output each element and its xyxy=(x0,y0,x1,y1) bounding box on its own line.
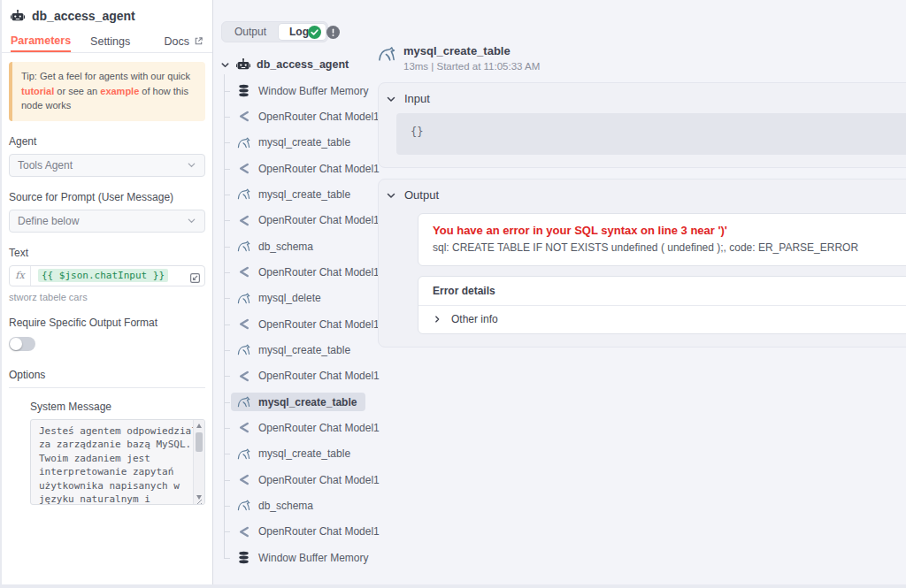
system-message-textarea[interactable]: Jesteś agentem odpowiedzialnym za zarząd… xyxy=(30,419,205,505)
text-expression-input[interactable]: fx {{ $json.chatInput }} xyxy=(9,265,205,286)
tab-parameters[interactable]: Parameters xyxy=(11,30,71,52)
output-section-header[interactable]: Output xyxy=(379,188,906,202)
tree-item-label: OpenRouter Chat Model1 xyxy=(258,318,380,331)
run-detail-panel: mysql_create_table 13ms | Started at 11:… xyxy=(378,44,906,347)
node-settings-panel: db_access_agent Parameters Settings Docs… xyxy=(0,0,213,588)
tree-item-label: OpenRouter Chat Model1 xyxy=(258,163,380,175)
error-details-label: Error details xyxy=(418,277,906,306)
mysql-icon xyxy=(237,343,250,356)
chevron-down-icon xyxy=(187,160,196,170)
tree-item-label: OpenRouter Chat Model1 xyxy=(258,370,380,382)
docs-label: Docs xyxy=(165,35,189,48)
require-format-label: Require Specific Output Format xyxy=(9,317,205,329)
resize-handle-icon[interactable] xyxy=(195,494,203,502)
agent-select[interactable]: Tools Agent xyxy=(9,154,205,177)
run-title: mysql_create_table xyxy=(403,44,540,57)
output-section: Output You have an error in your SQL syn… xyxy=(378,179,906,347)
tree-item[interactable]: Window Buffer Memory xyxy=(213,78,381,103)
tab-docs[interactable]: Docs xyxy=(165,30,203,52)
expression-value: {{ $json.chatInput }} xyxy=(38,269,168,282)
tree-item[interactable]: mysql_create_table xyxy=(213,181,381,207)
tree-item[interactable]: OpenRouter Chat Model1 xyxy=(213,519,381,545)
tree-item-label: mysql_create_table xyxy=(258,447,350,460)
scroll-up-arrow[interactable] xyxy=(194,421,204,431)
tree-item[interactable]: OpenRouter Chat Model1 xyxy=(213,311,381,337)
text-field-label: Text xyxy=(9,247,205,259)
tree-item[interactable]: db_schema xyxy=(213,233,381,259)
openrouter-icon xyxy=(237,110,250,123)
tree-item[interactable]: OpenRouter Chat Model1 xyxy=(213,415,381,440)
logs-and-output-area: Output Logs db_access_agent Window Buffe… xyxy=(213,0,906,588)
tree-item[interactable]: OpenRouter Chat Model1 xyxy=(213,156,381,181)
tree-item[interactable]: mysql_delete xyxy=(213,286,381,311)
tree-item-label: OpenRouter Chat Model1 xyxy=(258,474,380,486)
tree-item[interactable]: OpenRouter Chat Model1 xyxy=(213,363,381,389)
system-message-label: System Message xyxy=(30,401,205,413)
input-section-header[interactable]: Input xyxy=(379,92,906,105)
database-icon xyxy=(237,551,250,564)
tutorial-link[interactable]: tutorial xyxy=(21,86,54,96)
input-json-value: {} xyxy=(411,126,423,138)
fx-badge: fx xyxy=(10,266,31,286)
open-expression-editor-icon[interactable] xyxy=(189,271,202,284)
input-json-block: {} xyxy=(396,113,906,155)
openrouter-icon xyxy=(237,265,250,279)
tip-banner: Tip: Get a feel for agents with our quic… xyxy=(9,62,205,121)
tree-item-label: Window Buffer Memory xyxy=(258,552,368,564)
textarea-scrollbar[interactable] xyxy=(193,420,204,504)
tree-item-label: OpenRouter Chat Model1 xyxy=(258,525,380,538)
error-detail: sql: CREATE TABLE IF NOT EXISTS undefine… xyxy=(433,241,906,254)
tree-item[interactable]: OpenRouter Chat Model1 xyxy=(213,103,381,129)
example-link[interactable]: example xyxy=(100,86,139,96)
output-section-label: Output xyxy=(404,188,439,202)
node-header: db_access_agent xyxy=(2,0,212,30)
tree-item[interactable]: Window Buffer Memory xyxy=(213,545,381,570)
chevron-down-icon xyxy=(187,216,196,225)
node-title: db_access_agent xyxy=(32,9,135,23)
error-message-card: You have an error in your SQL syntax on … xyxy=(418,213,906,266)
tree-item[interactable]: mysql_create_table xyxy=(213,389,381,415)
success-check-icon xyxy=(308,26,321,39)
tree-item-label: mysql_create_table xyxy=(258,188,350,201)
mysql-icon xyxy=(237,395,250,409)
mysql-icon xyxy=(237,447,250,461)
tree-item[interactable]: db_schema xyxy=(213,493,381,518)
tip-text: or see an xyxy=(54,86,100,96)
tree-item[interactable]: OpenRouter Chat Model1 xyxy=(213,467,381,493)
settings-tab-bar: Parameters Settings Docs xyxy=(2,30,212,53)
input-section: Input {} xyxy=(378,82,906,168)
tree-item[interactable]: OpenRouter Chat Model1 xyxy=(213,259,381,285)
window-bottom-edge xyxy=(0,584,906,588)
agent-field-label: Agent xyxy=(9,135,205,148)
tree-root-label: db_access_agent xyxy=(257,58,349,71)
tree-item-label: OpenRouter Chat Model1 xyxy=(258,266,380,279)
mysql-icon xyxy=(237,499,250,512)
tree-item[interactable]: mysql_create_table xyxy=(213,130,381,156)
tab-settings[interactable]: Settings xyxy=(90,30,130,52)
scrollbar-thumb[interactable] xyxy=(196,432,203,452)
chevron-down-icon xyxy=(386,190,396,201)
openrouter-icon xyxy=(237,525,250,538)
tree-item[interactable]: mysql_create_table xyxy=(213,337,381,363)
database-icon xyxy=(237,84,250,97)
require-format-toggle[interactable] xyxy=(9,337,35,351)
options-section-label: Options xyxy=(9,369,205,388)
info-icon[interactable] xyxy=(326,26,340,39)
external-link-icon xyxy=(194,36,203,46)
other-info-row[interactable]: Other info xyxy=(418,306,906,333)
prompt-source-select[interactable]: Define below xyxy=(9,210,205,233)
logs-tree-items: Window Buffer MemoryOpenRouter Chat Mode… xyxy=(213,78,381,570)
openrouter-icon xyxy=(237,370,250,383)
tree-item[interactable]: OpenRouter Chat Model1 xyxy=(213,208,381,233)
mysql-icon xyxy=(378,45,395,63)
tree-item-label: mysql_create_table xyxy=(258,396,357,409)
source-field-label: Source for Prompt (User Message) xyxy=(9,191,205,203)
tree-root-item[interactable]: db_access_agent xyxy=(220,55,349,74)
tab-output[interactable]: Output xyxy=(224,24,277,40)
error-title: You have an error in your SQL syntax on … xyxy=(433,224,906,237)
expression-preview: stworz tabele cars xyxy=(9,292,205,302)
mysql-icon xyxy=(237,292,250,305)
tree-item-label: Window Buffer Memory xyxy=(258,85,368,97)
tree-item[interactable]: mysql_create_table xyxy=(213,441,381,467)
chevron-right-icon xyxy=(433,315,441,324)
